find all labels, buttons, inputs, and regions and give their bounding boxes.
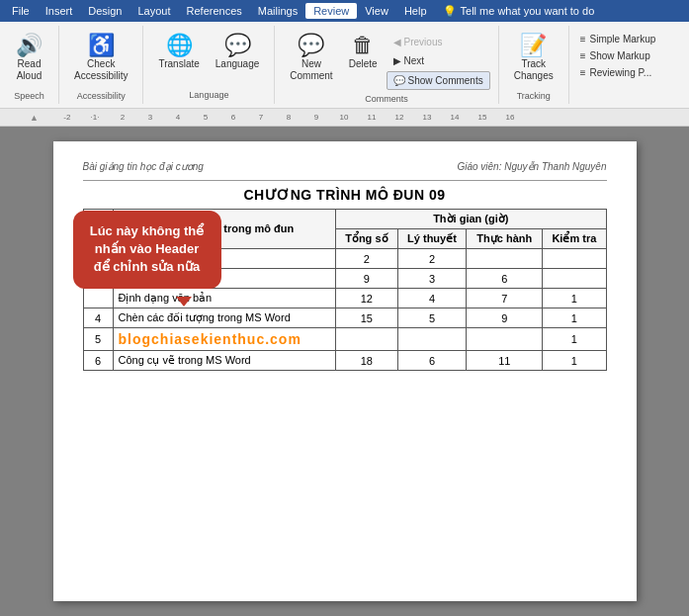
new-comment-icon: 💬	[298, 35, 324, 56]
menu-help[interactable]: Help	[396, 3, 435, 19]
cell-theory: 6	[397, 351, 467, 371]
cell-practice: 11	[467, 351, 543, 371]
table-header-total: Tổng số	[336, 229, 397, 249]
track-changes-icon: 📝	[520, 35, 547, 56]
cell-exam	[543, 269, 606, 289]
delete-button[interactable]: 🗑 Delete	[342, 30, 385, 75]
menu-insert[interactable]: Insert	[38, 3, 81, 19]
lightbulb-icon: 💡	[443, 5, 457, 18]
ruler-num: 3	[136, 113, 164, 122]
translate-label: Translate	[158, 58, 199, 70]
show-comments-button[interactable]: 💬 Show Comments	[387, 71, 490, 90]
ruler-num: 11	[358, 113, 386, 122]
cell-practice: 6	[467, 269, 543, 289]
menu-mailings[interactable]: Mailings	[250, 3, 305, 19]
cell-stt	[83, 289, 113, 308]
ruler-num: -2	[53, 113, 81, 122]
accessibility-label: Accessibility	[77, 87, 126, 101]
previous-button[interactable]: ◀ Previous	[387, 34, 490, 50]
menu-review[interactable]: Review	[305, 3, 357, 19]
ribbon-group-language: 🌐 Translate 💬 Language Language	[143, 26, 275, 104]
cell-exam: 1	[543, 351, 606, 371]
reviewing-pane-label: Reviewing P...	[590, 67, 652, 78]
document-header: Bài giảng tin học đại cương Giáo viên: N…	[83, 161, 607, 172]
ruler-num: 12	[386, 113, 413, 122]
show-markup-button[interactable]: ≡ Show Markup	[577, 48, 653, 63]
track-changes-label: TrackChanges	[514, 58, 554, 82]
cell-content: blogchiasekienthuc.com	[113, 328, 336, 351]
comments-buttons: 💬 NewComment 🗑 Delete ◀ Previous ▶ Next	[283, 30, 489, 90]
cell-theory	[397, 328, 467, 351]
speech-buttons: 🔊 ReadAloud	[9, 30, 49, 87]
previous-arrow-icon: ◀	[393, 37, 401, 47]
reviewing-pane-button[interactable]: ≡ Reviewing P...	[577, 65, 654, 80]
delete-icon: 🗑	[352, 35, 374, 56]
document-page: Lúc này không thể nhấn vào Header để chỉ…	[53, 141, 637, 601]
language-label: Language	[215, 58, 260, 70]
table-row: 6 Công cụ vẽ trong MS Word 18 6 11 1	[83, 351, 606, 371]
menu-tell-me[interactable]: 💡 Tell me what you want to do	[435, 3, 603, 20]
translate-icon: 🌐	[166, 35, 193, 56]
ruler-numbers: -2 ·1· 2 3 4 5 6 7 8 9 10 11 12 13 14 15…	[53, 113, 524, 122]
show-comments-icon: 💬	[393, 75, 405, 86]
ruler-marker: ▲	[30, 113, 39, 123]
cell-content: Chèn các đối tượng trong MS Word	[113, 308, 336, 328]
check-accessibility-icon: ♿	[88, 35, 115, 56]
cell-exam: 1	[543, 308, 606, 328]
ruler-num: 15	[469, 113, 496, 122]
next-button[interactable]: ▶ Next	[387, 52, 490, 69]
cell-practice: 7	[467, 289, 543, 308]
document-title: CHƯƠNG TRÌNH MÔ ĐUN 09	[83, 187, 607, 203]
ruler-num: 8	[275, 113, 302, 122]
header-right: Giáo viên: Nguyễn Thanh Nguyên	[457, 161, 606, 172]
cell-total: 2	[336, 249, 397, 269]
cell-total	[336, 328, 397, 351]
reviewing-pane-icon: ≡	[580, 67, 586, 78]
table-header-practice: Thực hành	[467, 229, 543, 249]
translate-button[interactable]: 🌐 Translate	[151, 30, 206, 75]
show-markup-label: Show Markup	[590, 50, 650, 61]
ribbon: 🔊 ReadAloud Speech ♿ CheckAccessibility …	[0, 22, 689, 109]
new-comment-button[interactable]: 💬 NewComment	[283, 30, 339, 87]
ruler-num: ·1·	[81, 113, 109, 122]
cell-exam	[543, 249, 606, 269]
read-aloud-button[interactable]: 🔊 ReadAloud	[9, 30, 49, 87]
simple-markup-label: Simple Markup	[590, 34, 656, 44]
cell-stt: 5	[83, 328, 113, 351]
table-header-time: Thời gian (giờ)	[336, 210, 606, 229]
language-icon: 💬	[224, 35, 251, 56]
read-aloud-icon: 🔊	[16, 35, 43, 56]
check-accessibility-button[interactable]: ♿ CheckAccessibility	[67, 30, 134, 87]
ribbon-group-tracking-options: ≡ Simple Markup ≡ Show Markup ≡ Reviewin…	[569, 26, 667, 104]
cell-exam: 1	[543, 289, 606, 308]
tracking-label: Tracking	[517, 87, 551, 101]
check-accessibility-label: CheckAccessibility	[74, 58, 128, 82]
menu-bar: File Insert Design Layout References Mai…	[0, 0, 689, 22]
menu-layout[interactable]: Layout	[130, 3, 179, 19]
watermark-text: blogchiasekienthuc.com	[119, 331, 301, 347]
ruler-num: 14	[441, 113, 469, 122]
cell-stt: 4	[83, 308, 113, 328]
cell-content: Công cụ vẽ trong MS Word	[113, 351, 336, 371]
ribbon-group-comments: 💬 NewComment 🗑 Delete ◀ Previous ▶ Next	[275, 26, 498, 104]
accessibility-buttons: ♿ CheckAccessibility	[67, 30, 134, 87]
language-button[interactable]: 💬 Language	[209, 30, 267, 75]
menu-file[interactable]: File	[4, 3, 38, 19]
cell-total: 15	[336, 308, 397, 328]
language-buttons: 🌐 Translate 💬 Language	[151, 30, 266, 86]
cell-practice: 9	[467, 308, 543, 328]
cell-total: 12	[336, 289, 397, 308]
menu-view[interactable]: View	[357, 3, 396, 19]
menu-references[interactable]: References	[179, 3, 250, 19]
ruler-num: 5	[192, 113, 219, 122]
menu-design[interactable]: Design	[80, 3, 129, 19]
table-row: 4 Chèn các đối tượng trong MS Word 15 5 …	[83, 308, 606, 328]
track-changes-button[interactable]: 📝 TrackChanges	[507, 30, 560, 87]
table-row: 5 blogchiasekienthuc.com 1	[83, 328, 606, 351]
next-arrow-icon: ▶	[393, 55, 401, 66]
simple-markup-button[interactable]: ≡ Simple Markup	[577, 32, 659, 46]
comments-label: Comments	[365, 90, 408, 104]
ruler-num: 2	[109, 113, 136, 122]
ruler-num: 4	[164, 113, 192, 122]
cell-practice	[467, 328, 543, 351]
